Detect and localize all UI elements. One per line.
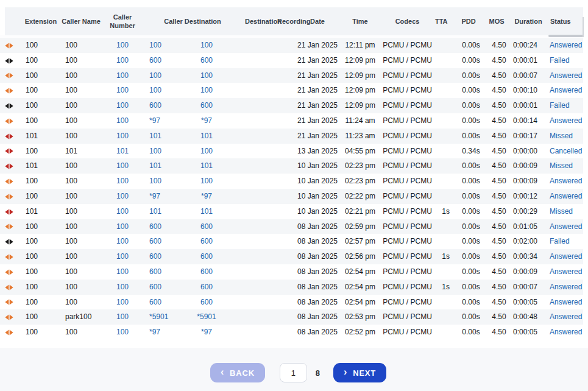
caller-number-link[interactable]: 100 (116, 161, 129, 170)
status-link[interactable]: Answered (550, 177, 582, 185)
caller-destination-link[interactable]: *97 (201, 116, 212, 125)
col-header-status[interactable]: Status (548, 7, 583, 37)
status-link[interactable]: Answered (550, 267, 582, 276)
status-link[interactable]: Answered (550, 41, 582, 49)
dialed-number-link[interactable]: 100 (149, 71, 161, 80)
dialed-number-link[interactable]: 100 (149, 41, 161, 49)
caller-number-link[interactable]: 100 (116, 222, 129, 231)
dialed-number-link[interactable]: 600 (149, 56, 161, 65)
back-button[interactable]: ‹ BACK (210, 363, 265, 382)
caller-number-link[interactable]: 100 (116, 41, 129, 49)
caller-destination-link[interactable]: 100 (200, 177, 213, 185)
caller-number-link[interactable]: 100 (116, 177, 129, 185)
next-button[interactable]: › NEXT (333, 363, 386, 382)
col-header-mos[interactable]: MOS (486, 7, 512, 37)
caller-destination-link[interactable]: 600 (200, 298, 213, 306)
dialed-number-link[interactable]: *97 (149, 192, 160, 200)
caller-number-link[interactable]: 100 (116, 267, 129, 276)
caller-destination-link[interactable]: 101 (200, 132, 213, 140)
dialed-number-link[interactable]: 600 (149, 101, 161, 110)
caller-destination-link[interactable]: 600 (200, 101, 213, 110)
dialed-number-link[interactable]: 600 (149, 298, 161, 306)
caller-destination-link[interactable]: 100 (200, 41, 213, 49)
status-link[interactable]: Missed (550, 161, 573, 170)
caller-number-link[interactable]: 100 (116, 312, 129, 321)
caller-number-link[interactable]: 100 (116, 298, 129, 306)
col-header-destination[interactable]: Destination (244, 7, 277, 37)
caller-destination-link[interactable]: 600 (200, 283, 213, 291)
caller-destination-link[interactable]: 100 (200, 86, 213, 94)
caller-number-link[interactable]: 100 (116, 192, 129, 200)
caller-number-link[interactable]: 100 (116, 101, 129, 110)
status-link[interactable]: Answered (550, 283, 582, 291)
dialed-number-link[interactable]: 101 (149, 132, 161, 140)
col-header-pdd[interactable]: PDD (456, 7, 486, 37)
caller-number-link[interactable]: 100 (116, 283, 129, 291)
page-input[interactable] (280, 363, 307, 382)
status-link[interactable]: Failed (550, 237, 570, 245)
caller-destination-link[interactable]: 600 (200, 222, 213, 231)
caller-number-link[interactable]: 101 (116, 147, 129, 155)
dialed-number-link[interactable]: 600 (149, 237, 161, 245)
col-header-caller_name[interactable]: Caller Name (58, 7, 104, 37)
status-link[interactable]: Answered (550, 328, 582, 336)
caller-destination-link[interactable]: 600 (200, 267, 213, 276)
caller-destination-link[interactable]: 100 (200, 147, 213, 155)
col-header-codecs[interactable]: Codecs (381, 7, 434, 37)
caller-destination-link[interactable]: 600 (200, 237, 213, 245)
status-link[interactable]: Failed (550, 56, 570, 65)
dialed-number-link[interactable]: 100 (149, 177, 161, 185)
dialed-number-link[interactable]: 101 (149, 161, 161, 170)
dialed-number-link[interactable]: *97 (149, 328, 160, 336)
col-header-time[interactable]: Time (339, 7, 381, 37)
cell-caller-number: 100 (104, 158, 141, 174)
caller-destination-link[interactable]: 600 (200, 56, 213, 65)
table-row: 100 100 100 600 600 08 Jan 2025 02:59 pm… (0, 219, 583, 234)
dialed-number-link[interactable]: 101 (149, 207, 161, 216)
caller-number-link[interactable]: 100 (116, 86, 129, 94)
status-link[interactable]: Answered (550, 312, 582, 321)
caller-number-link[interactable]: 100 (116, 56, 129, 65)
status-link[interactable]: Answered (550, 116, 582, 125)
col-header-caller_destination[interactable]: Caller Destination (141, 7, 244, 37)
status-link[interactable]: Failed (550, 101, 570, 110)
status-link[interactable]: Answered (550, 222, 582, 231)
caller-destination-link[interactable]: 100 (200, 71, 213, 80)
col-header-recording[interactable]: Recording (277, 7, 296, 37)
dialed-number-link[interactable]: *5901 (149, 312, 168, 321)
status-link[interactable]: Missed (550, 207, 573, 216)
caller-destination-link[interactable]: 600 (200, 252, 213, 261)
dialed-number-link[interactable]: 600 (149, 267, 161, 276)
dialed-number-link[interactable]: 600 (149, 222, 161, 231)
caller-destination-link[interactable]: *97 (201, 328, 212, 336)
caller-destination-link[interactable]: 101 (200, 207, 213, 216)
status-link[interactable]: Answered (550, 71, 582, 80)
dialed-number-link[interactable]: 600 (149, 283, 161, 291)
col-header-caller_number[interactable]: Caller Number (104, 7, 141, 37)
horizontal-scrollbar-thumb[interactable] (548, 35, 583, 37)
caller-number-link[interactable]: 100 (116, 116, 129, 125)
caller-destination-link[interactable]: *97 (201, 192, 212, 200)
col-header-extension[interactable]: Extension (18, 7, 58, 37)
status-link[interactable]: Answered (550, 298, 582, 306)
status-link[interactable]: Cancelled (550, 147, 582, 155)
status-link[interactable]: Answered (550, 86, 582, 94)
col-header-tta[interactable]: TTA (434, 7, 456, 37)
caller-number-link[interactable]: 100 (116, 207, 129, 216)
cell-extension: 100 (18, 83, 58, 98)
caller-number-link[interactable]: 100 (116, 71, 129, 80)
caller-number-link[interactable]: 100 (116, 328, 129, 336)
caller-destination-link[interactable]: 101 (200, 161, 213, 170)
col-header-duration[interactable]: Duration (512, 7, 548, 37)
caller-number-link[interactable]: 100 (116, 132, 129, 140)
dialed-number-link[interactable]: 100 (149, 147, 161, 155)
status-link[interactable]: Missed (550, 132, 573, 140)
dialed-number-link[interactable]: *97 (149, 116, 160, 125)
dialed-number-link[interactable]: 100 (149, 86, 161, 94)
caller-destination-link[interactable]: *5901 (197, 312, 216, 321)
status-link[interactable]: Answered (550, 252, 582, 261)
dialed-number-link[interactable]: 600 (149, 252, 161, 261)
caller-number-link[interactable]: 100 (116, 237, 129, 245)
status-link[interactable]: Answered (550, 192, 582, 200)
caller-number-link[interactable]: 100 (116, 252, 129, 261)
